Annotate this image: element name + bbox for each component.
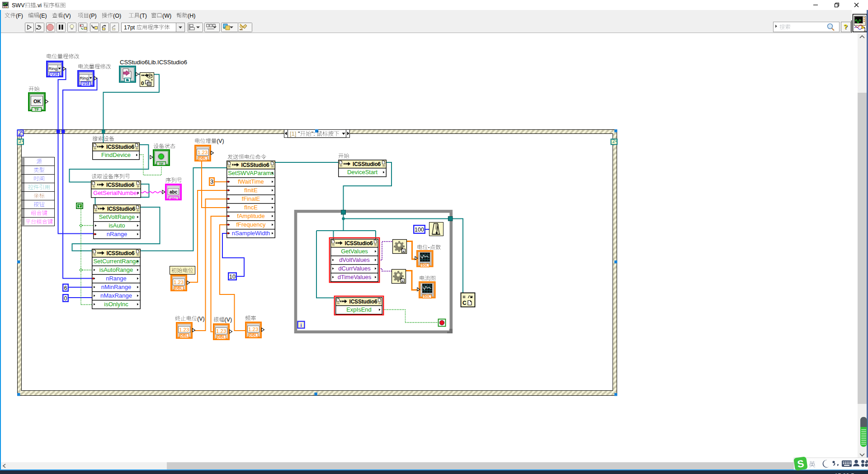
- svg-text:?!: ?!: [93, 253, 96, 256]
- svg-text:15:33:5: 15:33:5: [835, 472, 854, 474]
- svg-text:[1]: [1]: [290, 130, 296, 137]
- svg-text:ExpIsEnd: ExpIsEnd: [346, 306, 372, 313]
- svg-text:GetValues: GetValues: [341, 248, 368, 255]
- svg-text:Ring: Ring: [49, 66, 57, 71]
- svg-text:CSStudio6Lib.ICSStudio6: CSStudio6Lib.ICSStudio6: [120, 59, 187, 66]
- svg-text:TF: TF: [159, 162, 164, 166]
- svg-text:Ring: Ring: [80, 76, 89, 81]
- svg-text:": ": [298, 131, 300, 137]
- svg-text:1: 1: [863, 27, 866, 32]
- svg-text:?!: ?!: [374, 243, 377, 246]
- svg-text:(T): (T): [140, 13, 147, 19]
- svg-text:0: 0: [64, 295, 67, 302]
- svg-text:TF: TF: [34, 108, 39, 112]
- svg-text:(E): (E): [39, 13, 47, 19]
- svg-text:DBL: DBL: [250, 333, 257, 337]
- svg-text:2: 2: [421, 283, 422, 286]
- svg-text:?: ?: [844, 23, 848, 30]
- svg-text:(O): (O): [113, 13, 121, 19]
- svg-text:SetSWVAParams: SetSWVAParams: [228, 170, 274, 176]
- svg-text:i: i: [300, 322, 302, 328]
- svg-text:1.23: 1.23: [179, 327, 189, 332]
- svg-text:?!: ?!: [337, 302, 340, 305]
- svg-text:?!: ?!: [340, 164, 342, 167]
- svg-text:6: 6: [64, 285, 67, 291]
- svg-text:fFrequency: fFrequency: [236, 221, 266, 228]
- svg-text:GetSerialNumber: GetSerialNumber: [93, 190, 139, 196]
- svg-text:DBL: DBL: [175, 286, 183, 290]
- svg-text:C: C: [462, 300, 467, 306]
- svg-text:(P): (P): [89, 13, 97, 19]
- svg-text:nRange: nRange: [106, 275, 127, 282]
- svg-text:U16: U16: [82, 82, 89, 86]
- svg-text:ICSStudio6: ICSStudio6: [106, 182, 135, 188]
- svg-text:dTimeValues: dTimeValues: [338, 274, 372, 280]
- svg-text:ICSStudio6: ICSStudio6: [107, 250, 135, 256]
- svg-text:dCurrValues: dCurrValues: [338, 265, 371, 272]
- svg-text:nRange: nRange: [107, 231, 127, 237]
- svg-text:?!: ?!: [137, 209, 139, 212]
- svg-text:.vi: .vi: [36, 2, 42, 9]
- svg-text:?!: ?!: [136, 147, 138, 150]
- svg-text:OK: OK: [33, 99, 41, 104]
- svg-text:?!: ?!: [378, 302, 381, 305]
- svg-text:-: -: [428, 244, 430, 251]
- svg-text:abc: abc: [170, 196, 177, 200]
- svg-text:ICSStudio6: ICSStudio6: [349, 299, 378, 305]
- svg-text:(W): (W): [162, 13, 171, 19]
- svg-text:(H): (H): [188, 13, 195, 19]
- svg-text:?!: ?!: [137, 253, 139, 256]
- svg-text:0: 0: [419, 259, 420, 262]
- svg-text:U16: U16: [51, 72, 58, 76]
- svg-text:ICSStudio6: ICSStudio6: [345, 240, 373, 246]
- svg-text:nSampleWidth: nSampleWidth: [232, 230, 270, 237]
- svg-text:?!: ?!: [94, 209, 97, 212]
- svg-text:3: 3: [210, 179, 213, 185]
- svg-text:":: ":: [311, 131, 315, 137]
- svg-text:T: T: [78, 204, 81, 209]
- svg-text:DBL: DBL: [199, 156, 207, 161]
- svg-text:(V): (V): [225, 317, 232, 323]
- svg-text:FindDevice: FindDevice: [101, 152, 131, 158]
- svg-text:fIncE: fIncE: [244, 204, 258, 211]
- svg-text:?!: ?!: [137, 185, 140, 188]
- svg-text:0: 0: [141, 81, 144, 86]
- svg-text:10: 10: [229, 274, 236, 280]
- svg-text:?!: ?!: [94, 147, 96, 150]
- svg-text:isAutoRange: isAutoRange: [99, 266, 133, 273]
- svg-text:ICSStudio6: ICSStudio6: [241, 162, 270, 168]
- svg-text:DBL: DBL: [180, 334, 188, 338]
- svg-text:1.23: 1.23: [248, 327, 258, 332]
- svg-text:(F): (F): [16, 13, 23, 19]
- svg-text:?!: ?!: [332, 243, 335, 246]
- svg-text:fWaitTime: fWaitTime: [238, 178, 264, 185]
- svg-text:?!: ?!: [228, 165, 231, 168]
- svg-text:DeviceStart: DeviceStart: [347, 169, 378, 175]
- svg-text:1.23: 1.23: [174, 280, 184, 285]
- svg-text:(V): (V): [217, 138, 224, 144]
- svg-text:0: 0: [421, 290, 422, 293]
- svg-text:nMaxRange: nMaxRange: [100, 292, 132, 299]
- svg-text:(V): (V): [63, 13, 71, 19]
- svg-text:fAmplitude: fAmplitude: [237, 213, 264, 219]
- svg-text:(V): (V): [197, 316, 204, 322]
- svg-text:isOnlyInc: isOnlyInc: [104, 301, 128, 308]
- svg-text:nMinRange: nMinRange: [101, 284, 132, 290]
- svg-text:SGL: SGL: [424, 294, 431, 299]
- svg-text:ICSStudio6: ICSStudio6: [107, 206, 136, 212]
- svg-text:SetVoltRange: SetVoltRange: [99, 213, 135, 220]
- svg-text:isAuto: isAuto: [108, 222, 125, 229]
- svg-text:100: 100: [415, 227, 424, 233]
- svg-text:?!: ?!: [271, 165, 274, 168]
- svg-text:ICSStudio6: ICSStudio6: [106, 144, 135, 150]
- svg-text:17pt: 17pt: [124, 24, 135, 31]
- svg-text:fInitE: fInitE: [244, 187, 258, 194]
- svg-text:1.23: 1.23: [216, 328, 226, 334]
- svg-text:SetCurrentRange: SetCurrentRange: [93, 258, 139, 265]
- svg-text:?!: ?!: [92, 185, 95, 188]
- svg-text:ICSStudio6: ICSStudio6: [353, 161, 381, 167]
- svg-text:2: 2: [419, 252, 420, 255]
- svg-text:SWV: SWV: [12, 2, 25, 9]
- svg-text:DBL: DBL: [217, 335, 225, 339]
- svg-text:SGL: SGL: [421, 263, 429, 267]
